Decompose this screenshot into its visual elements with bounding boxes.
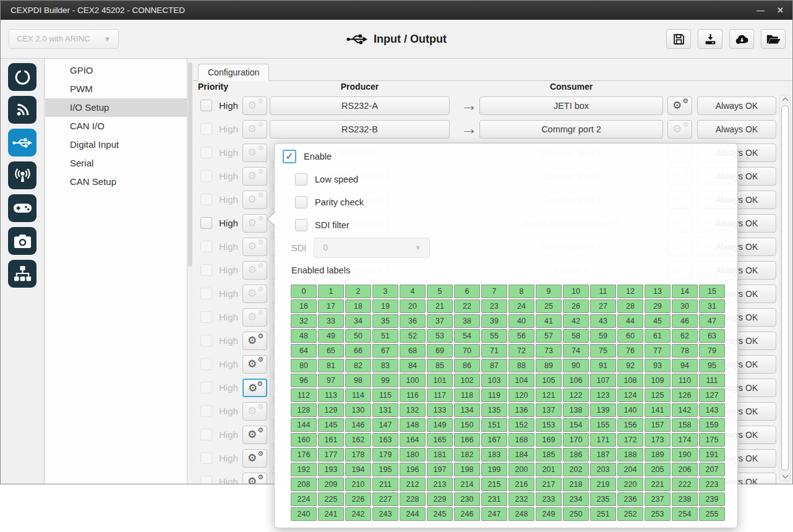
label-cell[interactable]: 107 <box>590 374 616 387</box>
label-cell[interactable]: 58 <box>563 329 589 343</box>
label-cell[interactable]: 13 <box>645 285 671 298</box>
label-cell[interactable]: 195 <box>372 463 398 476</box>
label-cell[interactable]: 150 <box>454 418 480 432</box>
label-cell[interactable]: 144 <box>291 418 317 432</box>
priority-checkbox[interactable] <box>200 123 212 135</box>
label-cell[interactable]: 57 <box>536 329 562 343</box>
label-cell[interactable]: 129 <box>318 403 344 417</box>
label-cell[interactable]: 214 <box>454 478 480 491</box>
label-cell[interactable]: 119 <box>481 388 507 402</box>
label-cell[interactable]: 130 <box>345 403 371 417</box>
label-cell[interactable]: 123 <box>590 388 616 402</box>
sidebar-item-broadcast[interactable] <box>8 161 36 189</box>
producer-button[interactable]: RS232-B <box>270 120 450 139</box>
label-cell[interactable]: 242 <box>345 507 371 521</box>
label-cell[interactable]: 185 <box>536 448 562 461</box>
label-cell[interactable]: 244 <box>400 507 426 521</box>
label-cell[interactable]: 28 <box>617 299 643 313</box>
label-cell[interactable]: 216 <box>508 478 534 491</box>
label-cell[interactable]: 176 <box>291 448 317 461</box>
label-cell[interactable]: 205 <box>645 463 671 476</box>
label-cell[interactable]: 219 <box>590 478 616 491</box>
label-cell[interactable]: 94 <box>672 359 698 372</box>
label-cell[interactable]: 186 <box>563 448 589 461</box>
label-cell[interactable]: 23 <box>481 299 507 313</box>
priority-checkbox[interactable] <box>200 311 212 323</box>
label-cell[interactable]: 114 <box>345 388 371 402</box>
priority-checkbox[interactable] <box>200 382 212 393</box>
label-cell[interactable]: 55 <box>481 329 507 343</box>
label-cell[interactable]: 133 <box>427 403 453 417</box>
label-cell[interactable]: 226 <box>345 492 371 506</box>
status-button[interactable]: Always OK <box>697 97 776 115</box>
label-cell[interactable]: 101 <box>427 374 453 387</box>
label-cell[interactable]: 48 <box>291 329 317 343</box>
label-cell[interactable]: 211 <box>372 478 398 491</box>
sidebar-item-input-output[interactable] <box>8 129 36 157</box>
label-cell[interactable]: 220 <box>617 478 643 491</box>
label-cell[interactable]: 115 <box>372 388 398 402</box>
label-cell[interactable]: 223 <box>699 478 725 491</box>
label-cell[interactable]: 6 <box>454 285 480 298</box>
label-cell[interactable]: 166 <box>454 433 480 447</box>
label-cell[interactable]: 7 <box>481 285 507 298</box>
label-cell[interactable]: 250 <box>563 507 589 521</box>
label-cell[interactable]: 110 <box>672 374 698 387</box>
consumer-settings-button[interactable]: ⚙⚙ <box>667 120 692 139</box>
label-cell[interactable]: 78 <box>672 344 698 358</box>
label-cell[interactable]: 148 <box>400 418 426 432</box>
consumer-button[interactable]: Commgr port 2 <box>479 120 663 139</box>
label-cell[interactable]: 167 <box>481 433 507 447</box>
label-cell[interactable]: 206 <box>672 463 698 476</box>
priority-checkbox[interactable] <box>200 194 212 205</box>
label-cell[interactable]: 82 <box>345 359 371 372</box>
priority-checkbox[interactable] <box>200 405 212 417</box>
label-cell[interactable]: 65 <box>318 344 344 358</box>
label-cell[interactable]: 155 <box>590 418 616 432</box>
label-cell[interactable]: 41 <box>536 314 562 328</box>
label-cell[interactable]: 240 <box>291 507 317 521</box>
label-cell[interactable]: 237 <box>645 492 671 506</box>
label-cell[interactable]: 213 <box>427 478 453 491</box>
label-cell[interactable]: 194 <box>345 463 371 476</box>
label-cell[interactable]: 192 <box>291 463 317 476</box>
label-cell[interactable]: 152 <box>508 418 534 432</box>
label-cell[interactable]: 151 <box>481 418 507 432</box>
label-cell[interactable]: 32 <box>291 314 317 328</box>
producer-settings-button[interactable]: ⚙⚙ <box>242 285 267 303</box>
label-cell[interactable]: 131 <box>372 403 398 417</box>
tab-configuration[interactable]: Configuration <box>198 64 269 81</box>
producer-settings-button[interactable]: ⚙⚙ <box>242 308 267 327</box>
label-cell[interactable]: 157 <box>645 418 671 432</box>
menu-item-can-i-o[interactable]: CAN I/O <box>45 117 187 135</box>
label-cell[interactable]: 253 <box>645 507 671 521</box>
priority-checkbox[interactable] <box>200 476 212 484</box>
sidebar-item-gamepad[interactable] <box>8 194 36 222</box>
label-cell[interactable]: 187 <box>590 448 616 461</box>
producer-button[interactable]: RS232-A <box>270 97 450 115</box>
priority-checkbox[interactable] <box>200 358 212 370</box>
label-cell[interactable]: 143 <box>699 403 725 417</box>
label-cell[interactable]: 163 <box>372 433 398 447</box>
label-cell[interactable]: 53 <box>427 329 453 343</box>
menu-item-can-setup[interactable]: CAN Setup <box>45 173 187 191</box>
producer-settings-button[interactable]: ⚙⚙ <box>242 402 267 421</box>
label-cell[interactable]: 100 <box>400 374 426 387</box>
menu-item-digital-input[interactable]: Digital Input <box>45 135 187 154</box>
label-cell[interactable]: 247 <box>481 507 507 521</box>
menu-item-gpio[interactable]: GPIO <box>45 61 187 80</box>
label-cell[interactable]: 60 <box>617 329 643 343</box>
low-speed-checkbox[interactable] <box>295 173 307 186</box>
priority-checkbox[interactable] <box>200 217 212 229</box>
label-cell[interactable]: 198 <box>454 463 480 476</box>
label-cell[interactable]: 203 <box>590 463 616 476</box>
label-cell[interactable]: 197 <box>427 463 453 476</box>
label-cell[interactable]: 243 <box>372 507 398 521</box>
label-cell[interactable]: 102 <box>454 374 480 387</box>
label-cell[interactable]: 88 <box>508 359 534 372</box>
label-cell[interactable]: 71 <box>481 344 507 358</box>
label-cell[interactable]: 30 <box>672 299 698 313</box>
scroll-down-icon[interactable] <box>782 473 789 479</box>
label-cell[interactable]: 5 <box>427 285 453 298</box>
label-cell[interactable]: 15 <box>699 285 725 298</box>
